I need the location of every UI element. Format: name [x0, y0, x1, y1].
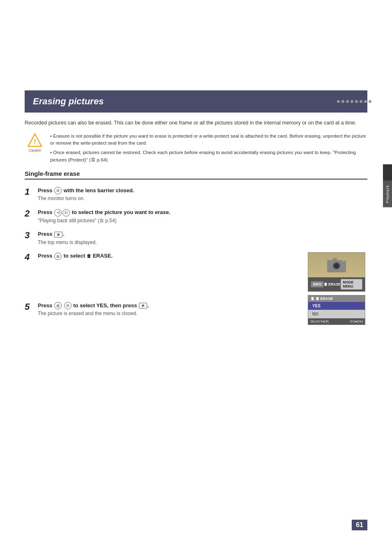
step-1: 1 Press ⊙ with the lens barrier closed. …: [25, 187, 367, 202]
ok-btn-icon: ⊛: [139, 303, 147, 309]
step-2-content: Press ◁▷ to select the picture you want …: [38, 209, 367, 224]
step-4-main: Press ◎ to select 🗑 ERASE.: [38, 252, 304, 260]
erase-menu-icon: 🗑: [311, 297, 314, 301]
page-number: 61: [352, 520, 367, 530]
erase-text: ERASE: [328, 282, 340, 286]
step-1-sub: The monitor turns on.: [38, 195, 367, 202]
caution-triangle-icon: !: [28, 133, 42, 147]
sub-heading: Single-frame erase: [25, 170, 367, 180]
step-4: 4 Press ◎ to select 🗑 ERASE.: [25, 252, 304, 262]
step-2-main: Press ◁▷ to select the picture you want …: [38, 209, 367, 216]
camera-screen-1: INFO 🗑 ERASE MODE MENU: [308, 252, 365, 292]
footer-right-text: GO●[OK]: [350, 320, 363, 323]
mode-menu-btn: MODE MENU: [341, 279, 362, 290]
step-3-sub: The top menu is displayed.: [38, 239, 367, 246]
steps-with-images: 4 Press ◎ to select 🗑 ERASE. 5 Press ◎ ⊙…: [25, 252, 367, 325]
dot6: [360, 100, 362, 103]
camera-image-icon: [326, 257, 347, 273]
scroll-icon: ◎: [54, 253, 62, 260]
page-number-area: 61: [352, 520, 367, 530]
erase-icon-small: 🗑: [324, 282, 327, 286]
dot4: [350, 100, 353, 103]
erase-menu-screen: 🗑 🗑 ERASE YES NO SELECT●[⑧] GO●[OK]: [308, 295, 365, 325]
caution-bullet2: • Once erased, pictures cannot be restor…: [50, 149, 367, 164]
power-icon: ⊙: [54, 187, 62, 194]
step-1-number: 1: [25, 187, 34, 197]
caution-text: • Erasure is not possible if the picture…: [50, 133, 367, 164]
camera-screen-bottom: INFO 🗑 ERASE MODE MENU: [308, 277, 365, 291]
header-dots-decoration: [337, 100, 371, 103]
footer-left-text: SELECT●[⑧]: [310, 320, 329, 323]
section-header: Erasing pictures: [25, 90, 367, 113]
step-1-content: Press ⊙ with the lens barrier closed. Th…: [38, 187, 367, 202]
step-4-spacer: [25, 269, 304, 302]
erase-menu-title: 🗑 🗑 ERASE: [308, 295, 365, 302]
erase-label: 🗑 ERASE: [324, 282, 340, 286]
page-container: Erasing pictures Recorded pictures can a…: [0, 0, 392, 555]
step-3-number: 3: [25, 230, 34, 240]
menu-btn-icon: ⊛: [54, 232, 62, 237]
intro-text: Recorded pictures can also be erased. Th…: [25, 119, 367, 127]
camera-screens: INFO 🗑 ERASE MODE MENU 🗑 🗑 ERASE YES: [308, 252, 367, 325]
dot8: [369, 100, 371, 103]
step-2-number: 2: [25, 209, 34, 219]
erase-menu-footer: SELECT●[⑧] GO●[OK]: [308, 318, 365, 325]
nav-right-icon: ▷: [62, 209, 70, 216]
erase-menu-title-text: 🗑 ERASE: [316, 297, 333, 301]
caution-box: ! Caution • Erasure is not possible if t…: [25, 133, 367, 164]
top-space: [0, 0, 392, 90]
svg-rect-6: [342, 259, 345, 261]
section-title: Erasing pictures: [33, 96, 359, 107]
step-3-main: Press ⊛.: [38, 230, 367, 238]
dot7: [364, 100, 367, 103]
step-2-sub: "Playing back still pictures" (🖻 p.54): [38, 217, 367, 224]
step-3: 3 Press ⊛. The top menu is displayed.: [25, 230, 367, 246]
caution-bullet1: • Erasure is not possible if the picture…: [50, 133, 367, 147]
step-1-main: Press ⊙ with the lens barrier closed.: [38, 187, 367, 195]
scroll-up-icon: ◎: [54, 302, 62, 309]
step-4-number: 4: [25, 252, 34, 262]
scroll-down-icon: ⊙: [64, 302, 71, 309]
caution-icon-wrap: ! Caution: [25, 133, 45, 152]
nav-left-icon: ◁: [54, 209, 62, 216]
dot1: [337, 100, 340, 103]
step-5-content: Press ◎ ⊙ to select YES, then press ⊛. T…: [38, 302, 304, 317]
erase-yes-item: YES: [308, 302, 365, 310]
step-2: 2 Press ◁▷ to select the picture you wan…: [25, 209, 367, 224]
step-5-main: Press ◎ ⊙ to select YES, then press ⊛.: [38, 302, 304, 310]
dot3: [346, 100, 349, 103]
dot2: [341, 100, 344, 103]
step-5-number: 5: [25, 302, 34, 312]
main-content: Erasing pictures Recorded pictures can a…: [25, 90, 367, 325]
right-tab-label: Playback: [383, 181, 392, 207]
svg-text:!: !: [34, 138, 36, 145]
steps-left: 4 Press ◎ to select 🗑 ERASE. 5 Press ◎ ⊙…: [25, 252, 304, 324]
svg-rect-5: [333, 258, 337, 261]
step-3-content: Press ⊛. The top menu is displayed.: [38, 230, 367, 246]
info-btn: INFO: [311, 281, 324, 288]
svg-point-4: [334, 263, 339, 268]
camera-screen-top: [308, 253, 365, 277]
step-5-sub: The picture is erased and the menu is cl…: [38, 310, 304, 317]
dot5: [355, 100, 358, 103]
erase-no-item: NO: [308, 310, 365, 318]
caution-label: Caution: [28, 148, 41, 152]
step-5: 5 Press ◎ ⊙ to select YES, then press ⊛.…: [25, 302, 304, 317]
step-4-content: Press ◎ to select 🗑 ERASE.: [38, 252, 304, 261]
